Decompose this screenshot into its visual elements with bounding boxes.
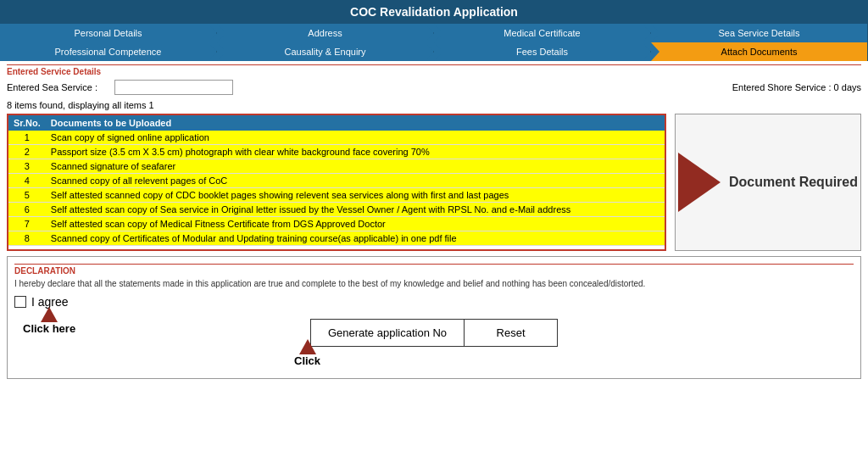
agree-checkbox[interactable] <box>14 296 26 308</box>
table-cell-sr: 3 <box>8 159 46 174</box>
col-header-sr: Sr.No. <box>8 115 46 131</box>
table-row: 3Scanned signature of seafarer <box>8 159 665 174</box>
click-label: Click <box>294 354 320 367</box>
table-cell-sr: 5 <box>8 188 46 203</box>
entered-service-section-label: Entered Service Details <box>7 64 861 76</box>
tab-fees-details[interactable]: Fees Details <box>434 42 651 61</box>
tab-professional-competence[interactable]: Professional Competence <box>0 42 217 61</box>
click-here-label: Click here <box>23 322 75 335</box>
click-annotation: Click <box>294 339 320 367</box>
table-cell-doc: Scanned copy of all relevent pages of Co… <box>46 174 665 188</box>
page-wrapper: COC Revalidation Application Personal De… <box>0 0 868 457</box>
buttons-row: Generate application No Reset <box>14 319 854 347</box>
table-cell-sr: 6 <box>8 203 46 217</box>
table-row: 1Scan copy of signed online application <box>8 131 665 145</box>
sea-service-label: Entered Sea Service : <box>7 82 97 92</box>
documents-table: Sr.No. Documents to be Uploaded 1Scan co… <box>8 115 665 246</box>
service-details-row: Entered Sea Service : Entered Shore Serv… <box>7 80 861 95</box>
agree-row: I agree <box>14 295 854 309</box>
document-required-box: Document Required <box>675 114 861 251</box>
tab-causality-enquiry[interactable]: Causality & Enquiry <box>217 42 434 61</box>
declaration-text: I hereby declare that all the statements… <box>14 279 854 288</box>
tab-medical-certificate[interactable]: Medical Certificate <box>434 24 651 42</box>
table-row: 6Self attested scan copy of Sea service … <box>8 203 665 217</box>
document-required-text: Document Required <box>729 175 858 190</box>
table-cell-doc: Scan copy of signed online application <box>46 131 665 145</box>
table-cell-sr: 1 <box>8 131 46 145</box>
table-row: 2Passport size (3.5 cm X 3.5 cm) photogr… <box>8 145 665 159</box>
tab-attach-documents[interactable]: Attach Documents <box>651 42 868 61</box>
table-row: 4Scanned copy of all relevent pages of C… <box>8 174 665 188</box>
reset-button[interactable]: Reset <box>465 319 558 347</box>
table-row: 8Scanned copy of Certificates of Modular… <box>8 231 665 246</box>
generate-application-button[interactable]: Generate application No <box>310 319 465 347</box>
arrow-icon <box>678 153 721 212</box>
nav-row-1: Personal Details Address Medical Certifi… <box>0 24 868 42</box>
table-cell-sr: 2 <box>8 145 46 159</box>
page-title: COC Revalidation Application <box>0 0 868 24</box>
arrow-up-icon-2 <box>299 339 316 354</box>
table-row: 5Self attested scanned copy of CDC bookl… <box>8 188 665 203</box>
declaration-section: DECLARATION I hereby declare that all th… <box>7 256 861 379</box>
table-cell-doc: Scanned signature of seafarer <box>46 159 665 174</box>
tab-address[interactable]: Address <box>217 24 434 42</box>
items-found-label: 8 items found, displaying all items 1 <box>7 100 861 110</box>
table-cell-sr: 8 <box>8 231 46 246</box>
documents-table-wrapper: Sr.No. Documents to be Uploaded 1Scan co… <box>7 114 666 251</box>
sea-service-input[interactable] <box>114 80 233 95</box>
table-cell-sr: 7 <box>8 217 46 231</box>
table-cell-doc: Scanned copy of Certificates of Modular … <box>46 231 665 246</box>
table-cell-doc: Self attested scan copy of Sea service i… <box>46 203 665 217</box>
shore-service-label: Entered Shore Service : 0 days <box>732 82 861 92</box>
click-here-annotation: Click here <box>23 307 75 335</box>
declaration-section-label: DECLARATION <box>14 264 854 276</box>
tab-sea-service-details[interactable]: Sea Service Details <box>651 24 868 42</box>
table-cell-doc: Self attested scan copy of Medical Fitne… <box>46 217 665 231</box>
col-header-doc: Documents to be Uploaded <box>46 115 665 131</box>
table-and-image-container: Sr.No. Documents to be Uploaded 1Scan co… <box>7 114 861 251</box>
table-row: 7Self attested scan copy of Medical Fitn… <box>8 217 665 231</box>
nav-row-2: Professional Competence Causality & Enqu… <box>0 42 868 61</box>
table-cell-doc: Passport size (3.5 cm X 3.5 cm) photogra… <box>46 145 665 159</box>
table-cell-doc: Self attested scanned copy of CDC bookle… <box>46 188 665 203</box>
arrow-up-icon <box>41 307 58 322</box>
tab-personal-details[interactable]: Personal Details <box>0 24 217 42</box>
main-content: Entered Service Details Entered Sea Serv… <box>0 61 868 457</box>
table-cell-sr: 4 <box>8 174 46 188</box>
